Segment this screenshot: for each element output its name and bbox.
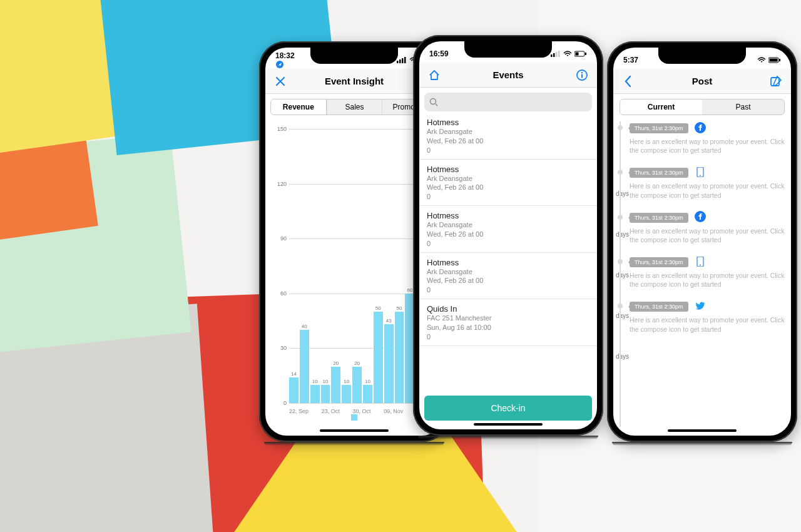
event-count: 0 bbox=[427, 285, 589, 295]
event-name: Hotmess bbox=[427, 211, 589, 220]
bar: 14 bbox=[289, 129, 298, 403]
list-item[interactable]: HotmessArk DeansgateWed, Feb 26 at 000 bbox=[419, 160, 597, 207]
svg-rect-10 bbox=[399, 59, 401, 63]
bar: 10 bbox=[310, 129, 320, 403]
chart-legend-swatch bbox=[351, 414, 357, 421]
nav-title: Events bbox=[419, 69, 597, 80]
event-when: Wed, Feb 26 at 00 bbox=[427, 276, 589, 285]
event-name: Quids In bbox=[427, 304, 589, 314]
nav-bar: Events bbox=[419, 63, 597, 88]
list-item[interactable]: HotmessArk DeansgateWed, Feb 26 at 000 bbox=[419, 253, 597, 300]
checkin-button[interactable]: Check-in bbox=[424, 396, 592, 421]
nav-bar: Post bbox=[613, 69, 791, 94]
event-venue: Ark Deansgate bbox=[427, 174, 589, 183]
svg-rect-19 bbox=[558, 51, 560, 57]
event-name: Hotmess bbox=[427, 165, 589, 174]
event-count: 0 bbox=[427, 146, 589, 155]
tab-revenue[interactable]: Revenue bbox=[271, 100, 327, 115]
phone-icon bbox=[695, 166, 706, 178]
svg-line-27 bbox=[436, 104, 437, 106]
post-text: Here is an excellent way to promote your… bbox=[630, 182, 785, 199]
list-item[interactable]: HotmessArk DeansgateWed, Feb 26 at 000 bbox=[419, 206, 597, 253]
svg-rect-18 bbox=[556, 52, 558, 57]
svg-rect-2 bbox=[779, 59, 780, 61]
svg-rect-21 bbox=[576, 53, 579, 56]
segment-control[interactable]: Current Past bbox=[620, 99, 785, 115]
event-venue: Ark Deansgate bbox=[427, 127, 589, 136]
svg-rect-22 bbox=[585, 53, 586, 55]
status-time: 16:59 bbox=[429, 49, 449, 58]
tab-past[interactable]: Past bbox=[702, 100, 784, 115]
list-item[interactable]: Quids InFAC 251 ManchesterSun, Aug 16 at… bbox=[419, 299, 597, 346]
home-indicator bbox=[320, 429, 389, 432]
svg-rect-1 bbox=[770, 59, 778, 62]
event-count: 0 bbox=[427, 239, 589, 248]
location-icon bbox=[275, 60, 284, 69]
battery-icon bbox=[574, 51, 587, 57]
facebook-icon bbox=[695, 122, 706, 133]
status-time: 5:37 bbox=[623, 56, 638, 64]
cellular-icon bbox=[397, 57, 407, 63]
y-tick: 90 bbox=[280, 235, 287, 242]
event-venue: Ark Deansgate bbox=[427, 220, 589, 230]
svg-rect-17 bbox=[553, 53, 555, 57]
nav-title: Post bbox=[613, 76, 791, 86]
notch bbox=[310, 48, 398, 64]
event-when: Wed, Feb 26 at 00 bbox=[427, 230, 589, 239]
post-entry[interactable]: Thurs, 31st 2:30pmHere is an excellent w… bbox=[630, 211, 785, 244]
tab-current[interactable]: Current bbox=[620, 100, 702, 115]
event-name: Hotmess bbox=[427, 258, 589, 267]
svg-rect-12 bbox=[404, 57, 406, 63]
twitter-icon bbox=[695, 300, 706, 312]
wifi-icon bbox=[563, 51, 572, 57]
event-venue: FAC 251 Manchester bbox=[427, 314, 589, 323]
post-text: Here is an excellent way to promote your… bbox=[630, 137, 785, 155]
y-tick: 30 bbox=[280, 345, 287, 351]
bar: 10 bbox=[321, 129, 330, 403]
post-timestamp: Thurs, 31st 2:30pm bbox=[630, 168, 688, 178]
bar: 20 bbox=[352, 129, 362, 403]
post-timestamp: Thurs, 31st 2:30pm bbox=[630, 123, 688, 133]
event-when: Sun, Aug 16 at 10:00 bbox=[427, 323, 589, 332]
event-count: 0 bbox=[427, 332, 589, 342]
post-timeline: Thurs, 31st 2:30pmHere is an excellent w… bbox=[620, 121, 785, 427]
home-indicator bbox=[668, 429, 737, 432]
x-tick: 30, Oct bbox=[352, 408, 370, 414]
x-tick: 23, Oct bbox=[322, 408, 340, 414]
y-tick: 60 bbox=[280, 290, 287, 297]
facebook-icon bbox=[695, 211, 706, 222]
svg-rect-11 bbox=[402, 58, 404, 63]
bar: 40 bbox=[300, 129, 309, 403]
cellular-icon bbox=[551, 51, 561, 57]
search-icon bbox=[429, 98, 438, 106]
tab-sales[interactable]: Sales bbox=[327, 100, 382, 115]
svg-point-7 bbox=[700, 264, 701, 265]
battery-icon bbox=[768, 57, 781, 63]
svg-point-26 bbox=[431, 99, 436, 105]
y-tick: 120 bbox=[277, 181, 287, 187]
post-text: Here is an excellent way to promote your… bbox=[630, 315, 785, 333]
phone-events: 16:59 Events HotmessArk DeansgateWed, Fe… bbox=[413, 35, 603, 436]
bar: 50 bbox=[395, 129, 404, 403]
event-venue: Ark Deansgate bbox=[427, 267, 589, 277]
post-entry[interactable]: Thurs, 31st 2:30pmHere is an excellent w… bbox=[630, 255, 785, 289]
checkin-label: Check-in bbox=[491, 403, 525, 413]
post-entry[interactable]: Thurs, 31st 2:30pmHere is an excellent w… bbox=[630, 166, 785, 199]
search-input[interactable] bbox=[424, 93, 592, 111]
bar: 50 bbox=[374, 129, 383, 403]
event-when: Wed, Feb 26 at 00 bbox=[427, 136, 589, 146]
wifi-icon bbox=[757, 57, 766, 63]
post-timestamp: Thurs, 31st 2:30pm bbox=[630, 302, 688, 312]
post-text: Here is an excellent way to promote your… bbox=[630, 271, 785, 289]
post-entry[interactable]: Thurs, 31st 2:30pmHere is an excellent w… bbox=[630, 121, 785, 155]
svg-point-5 bbox=[700, 175, 701, 176]
svg-rect-16 bbox=[551, 54, 553, 57]
post-timestamp: Thurs, 31st 2:30pm bbox=[630, 213, 688, 223]
bar: 43 bbox=[384, 129, 394, 403]
event-name: Hotmess bbox=[427, 118, 589, 127]
bar: 10 bbox=[363, 129, 372, 403]
x-tick: 09, Nov bbox=[384, 408, 403, 414]
post-entry[interactable]: Thurs, 31st 2:30pmHere is an excellent w… bbox=[630, 300, 785, 333]
list-item[interactable]: HotmessArk DeansgateWed, Feb 26 at 000 bbox=[419, 113, 597, 160]
phone-icon bbox=[695, 256, 706, 267]
